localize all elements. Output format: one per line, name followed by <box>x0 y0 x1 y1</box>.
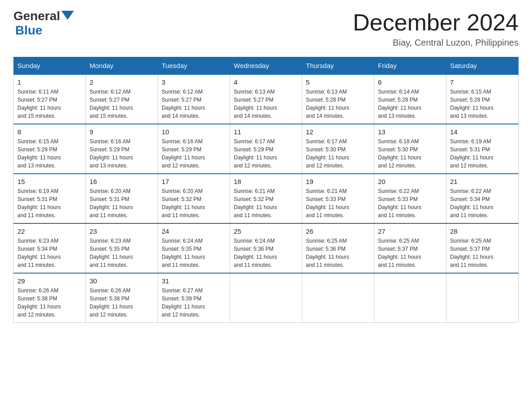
day-info: Sunrise: 6:13 AMSunset: 5:27 PMDaylight:… <box>234 88 298 120</box>
day-info: Sunrise: 6:25 AMSunset: 5:36 PMDaylight:… <box>306 237 370 269</box>
day-info: Sunrise: 6:25 AMSunset: 5:37 PMDaylight:… <box>450 237 515 269</box>
day-info: Sunrise: 6:27 AMSunset: 5:39 PMDaylight:… <box>162 287 226 319</box>
day-number: 20 <box>378 178 442 185</box>
day-info: Sunrise: 6:22 AMSunset: 5:33 PMDaylight:… <box>378 187 442 219</box>
calendar-cell: 28Sunrise: 6:25 AMSunset: 5:37 PMDayligh… <box>446 223 519 273</box>
day-number: 10 <box>162 128 226 136</box>
month-title: December 2024 <box>353 9 519 36</box>
day-number: 13 <box>378 128 442 136</box>
calendar-table: SundayMondayTuesdayWednesdayThursdayFrid… <box>13 57 519 323</box>
calendar-week-row: 22Sunrise: 6:23 AMSunset: 5:34 PMDayligh… <box>14 223 519 273</box>
day-number: 18 <box>234 178 298 185</box>
day-number: 7 <box>450 78 515 86</box>
calendar-cell <box>230 273 302 323</box>
day-number: 5 <box>306 78 370 86</box>
day-header-thursday: Thursday <box>302 57 374 75</box>
page-header: General Blue December 2024 Biay, Central… <box>13 9 519 48</box>
calendar-cell: 11Sunrise: 6:17 AMSunset: 5:29 PMDayligh… <box>230 124 302 174</box>
calendar-cell: 14Sunrise: 6:19 AMSunset: 5:31 PMDayligh… <box>446 124 519 174</box>
day-number: 15 <box>17 178 82 185</box>
calendar-cell: 15Sunrise: 6:19 AMSunset: 5:31 PMDayligh… <box>14 174 86 223</box>
day-number: 23 <box>90 227 154 235</box>
day-number: 24 <box>162 227 226 235</box>
day-info: Sunrise: 6:26 AMSunset: 5:38 PMDaylight:… <box>17 287 82 319</box>
day-header-friday: Friday <box>374 57 446 75</box>
day-info: Sunrise: 6:18 AMSunset: 5:30 PMDaylight:… <box>378 137 442 170</box>
day-number: 21 <box>450 178 515 185</box>
calendar-cell: 6Sunrise: 6:14 AMSunset: 5:28 PMDaylight… <box>374 74 446 124</box>
day-number: 19 <box>306 178 370 185</box>
calendar-cell: 13Sunrise: 6:18 AMSunset: 5:30 PMDayligh… <box>374 124 446 174</box>
day-header-wednesday: Wednesday <box>230 57 302 75</box>
calendar-cell: 1Sunrise: 6:11 AMSunset: 5:27 PMDaylight… <box>14 74 86 124</box>
day-number: 26 <box>306 227 370 235</box>
day-number: 3 <box>162 78 226 86</box>
day-info: Sunrise: 6:12 AMSunset: 5:27 PMDaylight:… <box>162 88 226 120</box>
day-info: Sunrise: 6:24 AMSunset: 5:35 PMDaylight:… <box>162 237 226 269</box>
day-header-sunday: Sunday <box>14 57 86 75</box>
day-header-monday: Monday <box>86 57 158 75</box>
day-info: Sunrise: 6:15 AMSunset: 5:28 PMDaylight:… <box>450 88 515 120</box>
day-number: 31 <box>162 277 226 285</box>
day-info: Sunrise: 6:12 AMSunset: 5:27 PMDaylight:… <box>90 88 154 120</box>
day-info: Sunrise: 6:21 AMSunset: 5:33 PMDaylight:… <box>306 187 370 219</box>
calendar-cell <box>374 273 446 323</box>
calendar-cell: 20Sunrise: 6:22 AMSunset: 5:33 PMDayligh… <box>374 174 446 223</box>
logo-blue-text: Blue <box>15 23 43 38</box>
calendar-cell: 16Sunrise: 6:20 AMSunset: 5:31 PMDayligh… <box>86 174 158 223</box>
logo: General Blue <box>13 9 74 38</box>
day-info: Sunrise: 6:24 AMSunset: 5:36 PMDaylight:… <box>234 237 298 269</box>
day-number: 9 <box>90 128 154 136</box>
title-section: December 2024 Biay, Central Luzon, Phili… <box>353 9 519 48</box>
day-number: 1 <box>17 78 82 86</box>
calendar-cell: 24Sunrise: 6:24 AMSunset: 5:35 PMDayligh… <box>158 223 230 273</box>
day-number: 12 <box>306 128 370 136</box>
calendar-cell: 18Sunrise: 6:21 AMSunset: 5:32 PMDayligh… <box>230 174 302 223</box>
day-info: Sunrise: 6:13 AMSunset: 5:28 PMDaylight:… <box>306 88 370 120</box>
calendar-week-row: 1Sunrise: 6:11 AMSunset: 5:27 PMDaylight… <box>14 74 519 124</box>
calendar-cell <box>302 273 374 323</box>
calendar-cell: 7Sunrise: 6:15 AMSunset: 5:28 PMDaylight… <box>446 74 519 124</box>
day-number: 30 <box>90 277 154 285</box>
day-number: 6 <box>378 78 442 86</box>
calendar-cell: 22Sunrise: 6:23 AMSunset: 5:34 PMDayligh… <box>14 223 86 273</box>
day-header-tuesday: Tuesday <box>158 57 230 75</box>
day-info: Sunrise: 6:23 AMSunset: 5:34 PMDaylight:… <box>17 237 82 269</box>
day-info: Sunrise: 6:17 AMSunset: 5:30 PMDaylight:… <box>306 137 370 170</box>
day-info: Sunrise: 6:14 AMSunset: 5:28 PMDaylight:… <box>378 88 442 120</box>
calendar-cell: 9Sunrise: 6:16 AMSunset: 5:29 PMDaylight… <box>86 124 158 174</box>
location-subtitle: Biay, Central Luzon, Philippines <box>353 38 519 48</box>
calendar-cell: 4Sunrise: 6:13 AMSunset: 5:27 PMDaylight… <box>230 74 302 124</box>
calendar-cell: 19Sunrise: 6:21 AMSunset: 5:33 PMDayligh… <box>302 174 374 223</box>
day-info: Sunrise: 6:26 AMSunset: 5:38 PMDaylight:… <box>90 287 154 319</box>
calendar-week-row: 8Sunrise: 6:15 AMSunset: 5:28 PMDaylight… <box>14 124 519 174</box>
day-number: 14 <box>450 128 515 136</box>
day-number: 29 <box>17 277 82 285</box>
calendar-cell: 17Sunrise: 6:20 AMSunset: 5:32 PMDayligh… <box>158 174 230 223</box>
calendar-cell: 27Sunrise: 6:25 AMSunset: 5:37 PMDayligh… <box>374 223 446 273</box>
day-info: Sunrise: 6:16 AMSunset: 5:29 PMDaylight:… <box>162 137 226 170</box>
day-header-saturday: Saturday <box>446 57 519 75</box>
day-info: Sunrise: 6:22 AMSunset: 5:34 PMDaylight:… <box>450 187 515 219</box>
calendar-cell: 29Sunrise: 6:26 AMSunset: 5:38 PMDayligh… <box>14 273 86 323</box>
day-info: Sunrise: 6:20 AMSunset: 5:32 PMDaylight:… <box>162 187 226 219</box>
calendar-week-row: 29Sunrise: 6:26 AMSunset: 5:38 PMDayligh… <box>14 273 519 323</box>
calendar-cell: 31Sunrise: 6:27 AMSunset: 5:39 PMDayligh… <box>158 273 230 323</box>
calendar-cell: 3Sunrise: 6:12 AMSunset: 5:27 PMDaylight… <box>158 74 230 124</box>
calendar-cell: 5Sunrise: 6:13 AMSunset: 5:28 PMDaylight… <box>302 74 374 124</box>
day-number: 25 <box>234 227 298 235</box>
calendar-cell: 8Sunrise: 6:15 AMSunset: 5:28 PMDaylight… <box>14 124 86 174</box>
day-number: 16 <box>90 178 154 185</box>
day-number: 22 <box>17 227 82 235</box>
day-info: Sunrise: 6:17 AMSunset: 5:29 PMDaylight:… <box>234 137 298 170</box>
day-info: Sunrise: 6:20 AMSunset: 5:31 PMDaylight:… <box>90 187 154 219</box>
calendar-cell: 12Sunrise: 6:17 AMSunset: 5:30 PMDayligh… <box>302 124 374 174</box>
day-info: Sunrise: 6:25 AMSunset: 5:37 PMDaylight:… <box>378 237 442 269</box>
day-info: Sunrise: 6:21 AMSunset: 5:32 PMDaylight:… <box>234 187 298 219</box>
calendar-cell: 23Sunrise: 6:23 AMSunset: 5:35 PMDayligh… <box>86 223 158 273</box>
calendar-cell: 30Sunrise: 6:26 AMSunset: 5:38 PMDayligh… <box>86 273 158 323</box>
calendar-cell: 25Sunrise: 6:24 AMSunset: 5:36 PMDayligh… <box>230 223 302 273</box>
calendar-cell: 21Sunrise: 6:22 AMSunset: 5:34 PMDayligh… <box>446 174 519 223</box>
calendar-cell: 2Sunrise: 6:12 AMSunset: 5:27 PMDaylight… <box>86 74 158 124</box>
day-number: 2 <box>90 78 154 86</box>
